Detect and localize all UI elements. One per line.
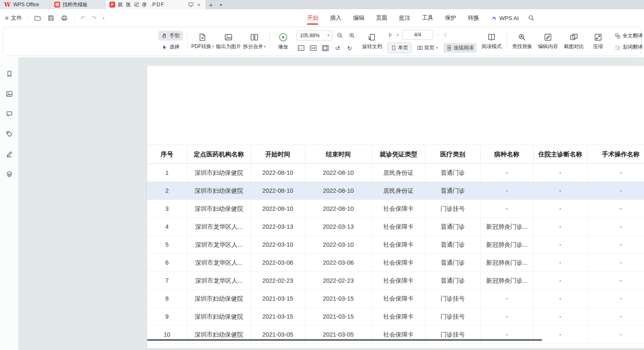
menu-tab-protect[interactable]: 保护 <box>440 9 461 27</box>
table-cell: - <box>587 236 644 254</box>
table-cell: 普通门诊 <box>425 254 480 272</box>
table-cell: 普通门诊 <box>425 272 480 290</box>
table-cell: - <box>587 218 644 236</box>
wps-ai-button[interactable]: WPS AI <box>486 15 524 21</box>
fit-page-icon[interactable] <box>321 43 330 53</box>
divider <box>269 32 270 51</box>
page-number-input[interactable] <box>402 30 433 40</box>
double-page-toggle[interactable]: 双页 ▾ <box>414 43 441 53</box>
export-as-image-button[interactable]: 输出为图片 <box>218 31 239 52</box>
tab-docer-templates[interactable]: 稻 找稻壳模板 <box>50 0 104 9</box>
full-text-translate-button[interactable]: 文 A 全文翻译 <box>611 31 644 41</box>
table-cell: 2022-03-13 <box>305 218 372 236</box>
tab-wps-office[interactable]: W WPS Office <box>0 0 49 9</box>
table-cell: 2022-02-23 <box>251 272 305 290</box>
rotate-left-icon[interactable]: ↺ <box>333 43 342 53</box>
undo-icon[interactable]: ↶ <box>80 14 86 22</box>
bookmarks-icon[interactable] <box>4 68 15 79</box>
monitor-icon[interactable] <box>188 2 194 8</box>
hand-icon <box>162 33 167 39</box>
table-cell: 2022-03-06 <box>251 254 305 272</box>
wps-pdf-window: W WPS Office 稻 找稻壳模板 P 就 医 记 录 .PDF × + … <box>0 0 644 350</box>
annotations-icon[interactable] <box>4 128 15 139</box>
table-cell: - <box>587 326 644 344</box>
screenshot-compare-icon <box>570 33 578 41</box>
close-tab-icon[interactable]: × <box>196 2 201 8</box>
pdf-convert-button[interactable]: PDF转换▾ <box>192 31 213 52</box>
comments-icon[interactable] <box>4 108 15 119</box>
zoom-out-icon[interactable] <box>335 31 345 40</box>
table-cell: 普通门诊 <box>425 218 480 236</box>
reading-mode-button[interactable]: 阅读模式 <box>481 31 502 52</box>
window-tab-bar: W WPS Office 稻 找稻壳模板 P 就 医 记 录 .PDF × + … <box>0 0 644 9</box>
rotate-right-icon[interactable]: ↻ <box>345 43 354 53</box>
play-button[interactable]: 播放 <box>274 31 292 52</box>
new-tab-button[interactable]: + <box>205 0 216 9</box>
save-icon[interactable] <box>47 14 55 22</box>
open-file-icon[interactable] <box>34 14 41 22</box>
table-cell: 普通门诊 <box>425 164 480 182</box>
print-icon[interactable] <box>61 14 68 22</box>
svg-text:A: A <box>615 45 617 48</box>
table-cell: 深圳市妇幼保健院 <box>187 308 251 326</box>
table-row: 10深圳市妇幼保健院2021-03-052021-03-05社会保障卡门诊挂号-… <box>147 326 644 344</box>
next-page-icon[interactable]: › <box>436 32 440 38</box>
tab-label: WPS Office <box>13 2 39 8</box>
redo-icon[interactable]: ↷ <box>91 14 97 22</box>
search-icon[interactable] <box>525 15 537 21</box>
table-cell: 2022-08-10 <box>251 182 305 200</box>
table-cell: 2021-03-15 <box>251 290 305 308</box>
menu-tab-tools[interactable]: 工具 <box>417 9 438 27</box>
menu-tab-edit[interactable]: 编辑 <box>348 9 369 27</box>
table-cell: - <box>587 308 644 326</box>
divider <box>187 32 188 51</box>
quickbar-chevron-icon[interactable]: ▾ <box>102 16 104 20</box>
table-cell: - <box>533 254 587 272</box>
table-cell: 社会保障卡 <box>372 200 425 218</box>
tab-document[interactable]: P 就 医 记 录 .PDF × <box>105 0 205 9</box>
menu-tab-page[interactable]: 页面 <box>371 9 392 27</box>
chevron-down-icon: ▾ <box>436 46 438 50</box>
hand-tool-button[interactable]: 手型 <box>158 31 183 41</box>
actual-size-icon[interactable]: 1:1 <box>297 43 306 53</box>
signature-pen-icon[interactable] <box>4 148 15 159</box>
menu-tab-insert[interactable]: 插入 <box>325 9 346 27</box>
zoom-in-icon[interactable] <box>347 31 357 40</box>
fit-width-icon[interactable] <box>309 43 318 53</box>
wps-logo-icon: W <box>4 1 11 8</box>
split-merge-button[interactable]: 拆分合并▾ <box>243 31 265 52</box>
previous-page-icon[interactable]: ‹ <box>396 32 400 38</box>
menu-tab-convert[interactable]: 转换 <box>463 9 484 27</box>
layers-icon[interactable] <box>4 169 15 179</box>
table-cell: 2021-03-05 <box>251 326 305 344</box>
table-cell: - <box>480 182 533 200</box>
continuous-reading-toggle[interactable]: 连续阅读 <box>444 43 477 53</box>
rotate-document-button[interactable]: 旋转文档 <box>361 31 383 52</box>
file-menu-button[interactable]: ≡ 文件 <box>5 14 22 22</box>
divider <box>28 15 28 21</box>
table-row: 8深圳市妇幼保健院2021-03-152021-03-15社会保障卡门诊挂号--… <box>147 290 644 308</box>
single-page-toggle[interactable]: 单页 <box>388 43 411 53</box>
tab-list-chevron-icon[interactable]: ▾ <box>216 0 226 9</box>
document-viewport[interactable]: 序号定点医药机构名称开始时间结束时间就诊凭证类型医疗类别病种名称住院主诊断名称手… <box>18 57 644 350</box>
thumbnails-icon[interactable] <box>4 88 15 99</box>
find-replace-button[interactable]: 查找替换 <box>511 31 533 52</box>
table-cell: 社会保障卡 <box>372 236 425 254</box>
menu-tab-comment[interactable]: 批注 <box>394 9 415 27</box>
chevron-down-icon: ▾ <box>212 45 214 49</box>
tab-label: 找稻壳模板 <box>63 1 88 8</box>
chevron-down-icon: ▾ <box>264 45 266 49</box>
menu-tab-home[interactable]: 开始 <box>302 9 323 27</box>
edit-content-button[interactable]: 编辑内容 <box>537 31 559 52</box>
word-translate-button[interactable]: A 文 划词翻译 ▾ <box>611 42 644 52</box>
table-cell: 社会保障卡 <box>372 308 425 326</box>
table-cell: 5 <box>147 236 187 254</box>
compress-button[interactable]: 压缩 <box>589 31 607 52</box>
zoom-level-select[interactable]: 105.88% ▾ <box>297 31 332 41</box>
first-page-icon[interactable]: |‹ <box>388 32 393 38</box>
select-tool-button[interactable]: 选择 <box>158 42 183 52</box>
screenshot-compare-button[interactable]: 截图对比 <box>563 31 585 52</box>
last-page-icon[interactable]: ›| <box>442 32 448 38</box>
table-cell: 深圳市妇幼保健院 <box>187 182 251 200</box>
table-cell: 深圳市妇幼保健院 <box>187 290 251 308</box>
